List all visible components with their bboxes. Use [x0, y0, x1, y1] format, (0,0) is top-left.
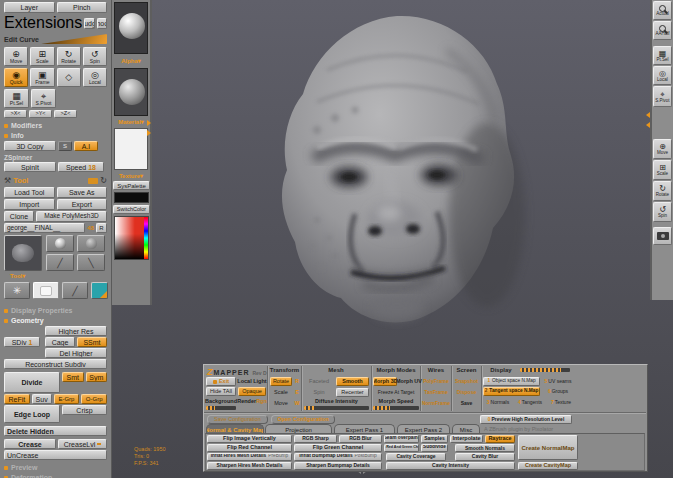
create-normalmap-button[interactable]: Create NormalMap — [518, 435, 578, 460]
current-tool-thumbnail[interactable] — [4, 235, 42, 271]
samples-slider[interactable]: Samples — [421, 435, 448, 443]
refit-toggle[interactable]: ReFit — [4, 394, 30, 404]
layer-button[interactable]: Layer — [4, 2, 55, 13]
opaque-button[interactable]: Opaque — [238, 387, 266, 396]
cage-button[interactable]: Cage — [45, 337, 75, 347]
scale-right-button[interactable]: ⊞Scale — [653, 160, 672, 180]
local-right-button[interactable]: ◎Local — [653, 66, 672, 85]
mirror-y-button[interactable]: >Y< — [29, 110, 52, 118]
edit-curve-widget[interactable] — [41, 34, 107, 44]
save-as-button[interactable]: Save As — [57, 187, 108, 198]
flip-red-channel-button[interactable]: Flip Red Channel — [207, 444, 292, 452]
interpolate-button[interactable]: Interpolate — [450, 435, 483, 443]
spivot-right-button[interactable]: ⌖S.Pivot — [653, 86, 672, 107]
freeze-at-target-label[interactable]: Freeze At Target — [372, 388, 420, 397]
clone-button[interactable]: Clone — [4, 211, 34, 222]
diffuse-intensity-label[interactable]: Diffuse Intensity — [304, 398, 369, 405]
save-screen-button[interactable]: Save — [452, 399, 481, 408]
crease-button[interactable]: Crease — [4, 439, 56, 449]
aahalf-button[interactable]: AAHalf — [653, 21, 672, 40]
save-configuration-button[interactable]: Save Configuration — [207, 415, 268, 424]
tool-thumb[interactable]: ╱ — [46, 254, 74, 271]
color-picker[interactable] — [114, 216, 149, 260]
tool-thumb[interactable]: ╲ — [77, 254, 105, 271]
switchcolor-button[interactable]: SwitchColor — [113, 205, 150, 214]
export-button[interactable]: Export — [57, 199, 108, 210]
create-cavitymap-button[interactable]: Create CavityMap — [518, 462, 578, 470]
material-thumbnail[interactable] — [114, 68, 148, 116]
spinit-button[interactable]: SpinIt — [4, 162, 56, 172]
copy3d-button[interactable]: 3D Copy — [4, 141, 56, 151]
make-polymesh-button[interactable]: Make PolyMesh3D — [36, 211, 107, 222]
flip-image-vertically-button[interactable]: Flip Image Vertically — [207, 435, 292, 443]
actual-size-button[interactable]: Actual — [653, 1, 672, 20]
tool-refresh-icon[interactable]: ↻ — [100, 177, 107, 185]
copy-s-field[interactable]: S — [58, 141, 72, 151]
copy-ai-button[interactable]: A.I — [74, 141, 98, 151]
syspalette-button[interactable]: SysPalette — [113, 181, 150, 190]
geometry-header[interactable]: Geometry — [4, 317, 107, 324]
spin-mesh-label[interactable]: Spin — [304, 388, 334, 397]
right-tray-grip[interactable] — [646, 112, 650, 128]
recenter-button[interactable]: Recenter — [336, 388, 369, 397]
preview-header[interactable]: Preview — [4, 464, 107, 471]
texture-toggle[interactable]: 7Texture — [546, 398, 576, 407]
move-tool-button[interactable]: ⊕Move — [4, 47, 28, 66]
tool-thumb-selected[interactable] — [33, 282, 59, 299]
mirror-z-button[interactable]: >Z< — [54, 110, 77, 118]
load-tool-button[interactable]: Load Tool — [4, 187, 55, 198]
ssmt-button[interactable]: SSmt — [77, 337, 107, 347]
subdivide-slider[interactable]: Subdivide — [421, 444, 448, 452]
display-properties-header[interactable]: Display Properties — [4, 307, 107, 314]
spin-speed-slider[interactable]: Speed 18 — [58, 162, 104, 172]
pinch-button[interactable]: Pinch — [57, 2, 108, 13]
rotate-tool-button[interactable]: ↻Rotate — [57, 47, 81, 66]
hide-tall-button[interactable]: Hide TAll — [206, 387, 236, 396]
groups-toggle[interactable]: 6Groups — [542, 387, 574, 396]
ptsel-button[interactable]: ▦Pt.Sel — [4, 89, 29, 108]
sym-toggle[interactable]: Sym — [86, 372, 108, 382]
texture-thumbnail[interactable] — [114, 128, 148, 170]
scale-tool-button[interactable]: ⊞Scale — [30, 47, 54, 66]
move-right-button[interactable]: ⊕Move — [653, 139, 672, 159]
material-label[interactable]: Material▾ — [112, 118, 150, 125]
morph-speed-label[interactable]: Morph Speed — [372, 398, 420, 405]
uv-seams-toggle[interactable]: 5UV seams — [542, 377, 574, 386]
mirror-x-button[interactable]: >X< — [4, 110, 27, 118]
nudge-button[interactable]: Nudge — [84, 18, 94, 29]
smooth-shading-button[interactable]: Smooth — [336, 377, 369, 386]
rotate-right-button[interactable]: ↻Rotate — [653, 181, 672, 201]
reconstruct-subdiv-button[interactable]: Reconstruct Subdiv — [4, 359, 107, 369]
local-button[interactable]: ◎Local — [83, 68, 107, 87]
alpha-label[interactable]: Alpha▾ — [112, 57, 150, 64]
inflat-bumpmap-slider[interactable]: Inflat Bumpmap DetailsPostBump — [294, 453, 382, 461]
tangent-space-nmap-button[interactable]: 2Tangent space N.Map — [483, 387, 540, 396]
alpha-thumbnail[interactable] — [114, 2, 148, 54]
tangents-toggle[interactable]: 4Tangents — [514, 398, 546, 407]
uncrease-button[interactable]: UnCrease — [4, 450, 107, 460]
import-button[interactable]: Import — [4, 199, 55, 210]
info-header[interactable]: Info — [4, 132, 107, 139]
tool-name-field[interactable]: george__FINAL__ — [4, 223, 85, 233]
morph-uv-label[interactable]: Morph UV — [398, 377, 420, 386]
exit-button[interactable]: Exit — [206, 377, 236, 386]
local-light-label[interactable]: Local Light — [238, 377, 266, 386]
snapshot-camera-button[interactable] — [653, 227, 672, 245]
current-color-swatch[interactable] — [114, 192, 149, 203]
spivot-button[interactable]: ⌖S.Pivot — [31, 89, 56, 108]
smooth-button[interactable]: Smooth — [97, 18, 107, 29]
scale-mode-label[interactable]: Scale — [270, 388, 292, 397]
seam-overpaint-slider[interactable]: Seam overpaint — [384, 435, 419, 443]
dispose-button[interactable]: Dispose — [452, 388, 481, 397]
cavity-coverage-slider[interactable]: Cavity Coverage — [386, 453, 446, 461]
left-tray-grip[interactable] — [147, 120, 151, 136]
raytrace-button[interactable]: Raytrace — [485, 435, 515, 443]
sdiv-slider[interactable]: SDiv 1 — [4, 337, 40, 347]
tanframe-toggle[interactable]: TanFrame — [421, 388, 451, 397]
higher-res-button[interactable]: Higher Res — [45, 326, 107, 336]
inflat-hires-slider[interactable]: Inflat Hires Mesh DetailsPreBump — [207, 453, 292, 461]
faceted-label[interactable]: Faceted — [304, 377, 334, 386]
morph-3d-button[interactable]: Morph 3D — [373, 377, 397, 386]
move-mode-label[interactable]: Move — [270, 399, 292, 408]
ogrp-toggle[interactable]: O-Grp — [81, 394, 107, 404]
